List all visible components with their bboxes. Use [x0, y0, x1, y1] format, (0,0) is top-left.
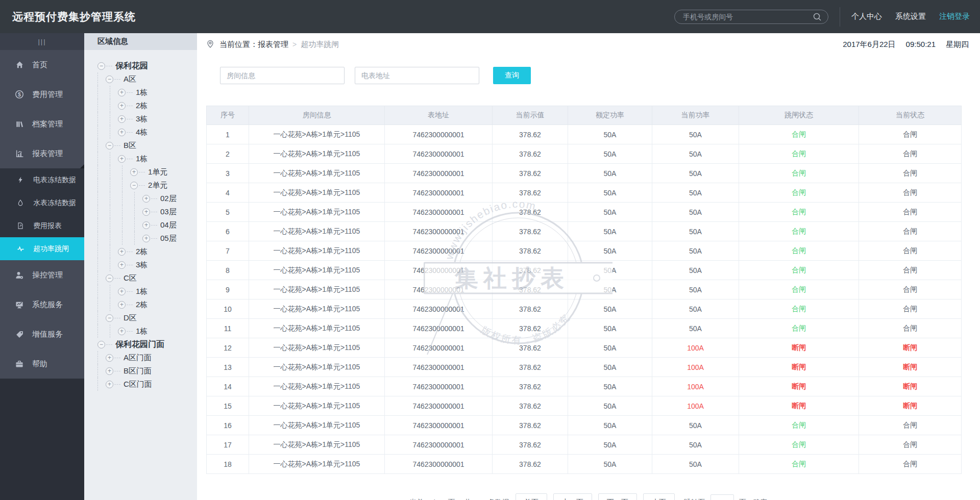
sidebar-collapse-toggle[interactable]: |||	[0, 33, 84, 50]
tree-node[interactable]: −A区	[97, 72, 197, 86]
tree-expand-icon[interactable]: +	[118, 261, 126, 269]
sidebar-item-fee[interactable]: $费用管理	[0, 80, 84, 109]
tree-collapse-icon[interactable]: −	[97, 62, 105, 70]
tree-node[interactable]: +1单元	[97, 165, 197, 179]
tree-expand-icon[interactable]: +	[118, 288, 126, 295]
tree-collapse-icon[interactable]: −	[106, 314, 113, 322]
tree-node[interactable]: +3栋	[97, 112, 197, 126]
tree-collapse-icon[interactable]: −	[97, 341, 105, 348]
tree-node-label[interactable]: D区	[124, 313, 137, 323]
tree-node-label[interactable]: 1栋	[136, 287, 148, 296]
tree-node[interactable]: −2单元	[97, 179, 197, 192]
tree-node-label[interactable]: 04层	[160, 220, 177, 230]
tree-node-label[interactable]: 03层	[160, 207, 177, 217]
last-page-button[interactable]: 末页	[643, 493, 675, 500]
sidebar-item-over-power[interactable]: 超功率跳闸	[0, 237, 84, 260]
link-settings[interactable]: 系统设置	[895, 12, 926, 21]
prev-page-button[interactable]: 上一页	[553, 493, 592, 500]
sidebar-item-meter-freeze[interactable]: 电表冻结数据	[0, 168, 84, 191]
tree-node[interactable]: −保利花园	[97, 59, 197, 72]
tree-node[interactable]: +4栋	[97, 126, 197, 139]
tree-node[interactable]: +1栋	[97, 86, 197, 99]
tree-expand-icon[interactable]: +	[118, 129, 126, 136]
room-info-input[interactable]	[220, 67, 345, 84]
tree-node[interactable]: +A区门面	[97, 351, 197, 364]
tree-node[interactable]: +C区门面	[97, 378, 197, 391]
tree-expand-icon[interactable]: +	[142, 208, 150, 216]
tree-node-label[interactable]: B区门面	[124, 366, 152, 376]
tree-collapse-icon[interactable]: −	[106, 274, 113, 282]
search-icon[interactable]	[813, 12, 822, 23]
confirm-jump-button[interactable]: 确定	[753, 498, 768, 500]
tree-node-label[interactable]: 2栋	[136, 300, 148, 310]
tree-node[interactable]: −B区	[97, 139, 197, 152]
sidebar-item-help[interactable]: 帮助	[0, 349, 84, 379]
tree-expand-icon[interactable]: +	[118, 89, 126, 96]
tree-node-label[interactable]: 4栋	[136, 128, 148, 137]
tree-node-label[interactable]: 3栋	[136, 260, 148, 270]
tree-node-label[interactable]: 05层	[160, 234, 177, 243]
tree-node-label[interactable]: 2栋	[136, 101, 148, 111]
tree-node-label[interactable]: A区门面	[124, 353, 152, 363]
tree-node[interactable]: +2栋	[97, 99, 197, 112]
tree-node-label[interactable]: B区	[124, 141, 136, 151]
tree-node[interactable]: +B区门面	[97, 364, 197, 378]
tree-expand-icon[interactable]: +	[106, 354, 113, 362]
next-page-button[interactable]: 下一页	[598, 493, 637, 500]
tree-expand-icon[interactable]: +	[130, 168, 138, 176]
tree-node[interactable]: +02层	[97, 192, 197, 205]
tree-expand-icon[interactable]: +	[118, 328, 126, 335]
tree-node-label[interactable]: 02层	[160, 194, 177, 204]
tree-node[interactable]: +2栋	[97, 298, 197, 311]
tree-expand-icon[interactable]: +	[142, 221, 150, 229]
tree-node[interactable]: +1栋	[97, 285, 197, 298]
tree-node[interactable]: −保利花园门面	[97, 338, 197, 351]
jump-page-input[interactable]	[710, 494, 734, 500]
tree-node-label[interactable]: 1栋	[136, 88, 148, 97]
first-page-button[interactable]: 首页	[516, 493, 547, 500]
tree-collapse-icon[interactable]: −	[130, 182, 138, 189]
tree-node[interactable]: +1栋	[97, 324, 197, 338]
link-logout[interactable]: 注销登录	[939, 12, 970, 21]
meter-address-input[interactable]	[355, 67, 479, 84]
tree-node[interactable]: +2栋	[97, 245, 197, 258]
tree-node-label[interactable]: 保利花园	[115, 61, 148, 71]
tree-node-label[interactable]: 1单元	[148, 167, 167, 177]
sidebar-item-value-added[interactable]: 增值服务	[0, 319, 84, 349]
tree-node-label[interactable]: 保利花园门面	[115, 339, 164, 350]
tree-expand-icon[interactable]: +	[118, 248, 126, 256]
tree-node[interactable]: −C区	[97, 271, 197, 285]
tree-node[interactable]: +03层	[97, 205, 197, 218]
tree-node[interactable]: +1栋	[97, 152, 197, 165]
sidebar-item-report[interactable]: 报表管理	[0, 139, 84, 168]
tree-expand-icon[interactable]: +	[118, 115, 126, 123]
tree-expand-icon[interactable]: +	[142, 195, 150, 203]
global-search-input[interactable]	[674, 10, 828, 24]
tree-node-label[interactable]: 3栋	[136, 114, 148, 124]
tree-expand-icon[interactable]: +	[118, 155, 126, 163]
tree-node[interactable]: +3栋	[97, 258, 197, 271]
query-button[interactable]: 查询	[493, 67, 531, 84]
link-profile[interactable]: 个人中心	[851, 12, 882, 21]
tree-node[interactable]: −D区	[97, 311, 197, 324]
sidebar-item-water-freeze[interactable]: 水表冻结数据	[0, 191, 84, 214]
tree-collapse-icon[interactable]: −	[106, 142, 113, 149]
tree-node[interactable]: +05层	[97, 232, 197, 245]
sidebar-item-home[interactable]: 首页	[0, 50, 84, 80]
tree-node-label[interactable]: A区	[124, 74, 136, 84]
tree-node-label[interactable]: 2栋	[136, 247, 148, 257]
tree-node-label[interactable]: 1栋	[136, 327, 148, 336]
tree-node-label[interactable]: C区	[124, 273, 137, 283]
tree-collapse-icon[interactable]: −	[106, 76, 113, 83]
sidebar-item-control[interactable]: 操控管理	[0, 260, 84, 290]
sidebar-item-system[interactable]: 系统服务	[0, 290, 84, 319]
tree-expand-icon[interactable]: +	[118, 301, 126, 309]
tree-expand-icon[interactable]: +	[118, 102, 126, 110]
tree-expand-icon[interactable]: +	[106, 381, 113, 388]
sidebar-item-archive[interactable]: 档案管理	[0, 109, 84, 139]
tree-node-label[interactable]: 2单元	[148, 181, 167, 190]
tree-node-label[interactable]: 1栋	[136, 154, 148, 164]
tree-node[interactable]: +04层	[97, 218, 197, 232]
tree-expand-icon[interactable]: +	[142, 235, 150, 242]
tree-node-label[interactable]: C区门面	[124, 380, 152, 389]
